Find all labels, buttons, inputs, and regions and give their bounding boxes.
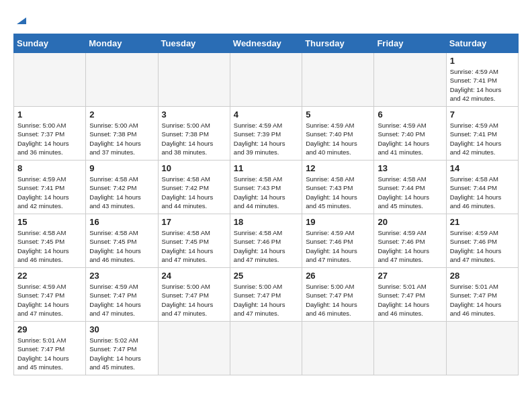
calendar-cell: 16 Sunrise: 4:58 AMSunset: 7:45 PMDaylig… (86, 214, 158, 268)
day-info: Sunrise: 4:58 AMSunset: 7:45 PMDaylight:… (162, 228, 226, 264)
day-number: 27 (378, 271, 442, 281)
day-info: Sunrise: 4:59 AMSunset: 7:46 PMDaylight:… (450, 228, 515, 264)
calendar-cell (446, 322, 518, 375)
day-number: 17 (162, 217, 226, 227)
calendar-cell: 6 Sunrise: 4:59 AMSunset: 7:40 PMDayligh… (374, 107, 446, 161)
day-number: 23 (89, 271, 154, 281)
day-info: Sunrise: 5:00 AMSunset: 7:38 PMDaylight:… (162, 121, 226, 156)
day-number: 14 (450, 163, 515, 173)
calendar-week-4: 15 Sunrise: 4:58 AMSunset: 7:45 PMDaylig… (14, 214, 519, 268)
header-cell-saturday: Saturday (446, 34, 518, 53)
calendar-cell: 7 Sunrise: 4:59 AMSunset: 7:41 PMDayligh… (446, 107, 518, 161)
calendar-cell: 29 Sunrise: 5:01 AMSunset: 7:47 PMDaylig… (14, 322, 86, 375)
day-info: Sunrise: 4:59 AMSunset: 7:40 PMDaylight:… (378, 121, 442, 156)
day-number: 7 (450, 109, 515, 120)
day-number: 24 (162, 271, 226, 281)
calendar-cell: 11 Sunrise: 4:58 AMSunset: 7:43 PMDaylig… (230, 161, 302, 214)
day-info: Sunrise: 5:00 AMSunset: 7:47 PMDaylight:… (234, 282, 298, 318)
day-number: 15 (17, 217, 82, 227)
day-info: Sunrise: 4:59 AMSunset: 7:46 PMDaylight:… (378, 228, 442, 264)
day-info: Sunrise: 5:00 AMSunset: 7:47 PMDaylight:… (306, 282, 370, 318)
day-number: 16 (89, 217, 154, 227)
day-info: Sunrise: 4:59 AMSunset: 7:40 PMDaylight:… (306, 121, 370, 156)
calendar-cell: 8 Sunrise: 4:59 AMSunset: 7:41 PMDayligh… (14, 161, 86, 214)
calendar-cell (86, 53, 158, 107)
header-cell-monday: Monday (86, 34, 158, 53)
calendar-cell: 1 Sunrise: 5:00 AMSunset: 7:37 PMDayligh… (14, 107, 86, 161)
calendar-cell (302, 53, 374, 107)
calendar-cell: 15 Sunrise: 4:58 AMSunset: 7:45 PMDaylig… (14, 214, 86, 268)
day-info: Sunrise: 5:02 AMSunset: 7:47 PMDaylight:… (89, 336, 154, 371)
calendar-cell: 3 Sunrise: 5:00 AMSunset: 7:38 PMDayligh… (158, 107, 230, 161)
day-number: 26 (306, 271, 370, 281)
calendar-cell (14, 53, 86, 107)
calendar-cell: 1 Sunrise: 4:59 AMSunset: 7:41 PMDayligh… (446, 53, 518, 107)
day-info: Sunrise: 4:58 AMSunset: 7:43 PMDaylight:… (234, 175, 298, 210)
calendar-week-5: 22 Sunrise: 4:59 AMSunset: 7:47 PMDaylig… (14, 268, 519, 322)
day-info: Sunrise: 5:01 AMSunset: 7:47 PMDaylight:… (378, 282, 442, 318)
calendar-cell (230, 322, 302, 375)
day-number: 13 (378, 163, 442, 173)
calendar-cell: 4 Sunrise: 4:59 AMSunset: 7:39 PMDayligh… (230, 107, 302, 161)
calendar-cell (158, 322, 230, 375)
calendar-cell: 12 Sunrise: 4:58 AMSunset: 7:43 PMDaylig… (302, 161, 374, 214)
day-info: Sunrise: 4:58 AMSunset: 7:42 PMDaylight:… (89, 175, 154, 210)
calendar-week-6: 29 Sunrise: 5:01 AMSunset: 7:47 PMDaylig… (14, 322, 519, 375)
day-number: 12 (306, 163, 370, 173)
day-info: Sunrise: 4:59 AMSunset: 7:41 PMDaylight:… (17, 175, 82, 210)
day-info: Sunrise: 4:58 AMSunset: 7:44 PMDaylight:… (450, 175, 515, 210)
day-info: Sunrise: 4:59 AMSunset: 7:41 PMDaylight:… (450, 67, 515, 103)
calendar-body: 1 Sunrise: 4:59 AMSunset: 7:41 PMDayligh… (14, 53, 519, 375)
calendar-cell: 2 Sunrise: 5:00 AMSunset: 7:38 PMDayligh… (86, 107, 158, 161)
calendar-week-1: 1 Sunrise: 4:59 AMSunset: 7:41 PMDayligh… (14, 53, 519, 107)
calendar-cell: 27 Sunrise: 5:01 AMSunset: 7:47 PMDaylig… (374, 268, 446, 322)
calendar-cell: 10 Sunrise: 4:58 AMSunset: 7:42 PMDaylig… (158, 161, 230, 214)
calendar-cell: 22 Sunrise: 4:59 AMSunset: 7:47 PMDaylig… (14, 268, 86, 322)
day-number: 11 (234, 163, 298, 173)
day-info: Sunrise: 4:58 AMSunset: 7:45 PMDaylight:… (89, 228, 154, 264)
calendar-cell: 18 Sunrise: 4:58 AMSunset: 7:46 PMDaylig… (230, 214, 302, 268)
day-info: Sunrise: 4:58 AMSunset: 7:45 PMDaylight:… (17, 228, 82, 264)
calendar-cell: 25 Sunrise: 5:00 AMSunset: 7:47 PMDaylig… (230, 268, 302, 322)
day-number: 20 (378, 217, 442, 227)
calendar-cell (374, 322, 446, 375)
calendar-cell: 5 Sunrise: 4:59 AMSunset: 7:40 PMDayligh… (302, 107, 374, 161)
day-info: Sunrise: 5:00 AMSunset: 7:38 PMDaylight:… (89, 121, 154, 156)
day-number: 21 (450, 217, 515, 227)
day-number: 1 (17, 109, 82, 120)
calendar-cell (302, 322, 374, 375)
calendar-cell (230, 53, 302, 107)
day-number: 3 (162, 109, 226, 120)
day-info: Sunrise: 4:58 AMSunset: 7:46 PMDaylight:… (234, 228, 298, 264)
calendar-cell: 14 Sunrise: 4:58 AMSunset: 7:44 PMDaylig… (446, 161, 518, 214)
logo (13, 13, 28, 27)
day-info: Sunrise: 5:01 AMSunset: 7:47 PMDaylight:… (450, 282, 515, 318)
header (13, 13, 519, 27)
calendar-cell (374, 53, 446, 107)
calendar-cell: 17 Sunrise: 4:58 AMSunset: 7:45 PMDaylig… (158, 214, 230, 268)
day-info: Sunrise: 4:59 AMSunset: 7:46 PMDaylight:… (306, 228, 370, 264)
day-number: 30 (89, 324, 154, 334)
calendar-cell: 13 Sunrise: 4:58 AMSunset: 7:44 PMDaylig… (374, 161, 446, 214)
day-info: Sunrise: 4:58 AMSunset: 7:42 PMDaylight:… (162, 175, 226, 210)
header-cell-thursday: Thursday (302, 34, 374, 53)
day-info: Sunrise: 5:01 AMSunset: 7:47 PMDaylight:… (17, 336, 82, 371)
day-info: Sunrise: 5:00 AMSunset: 7:37 PMDaylight:… (17, 121, 82, 156)
day-number: 22 (17, 271, 82, 281)
calendar-cell: 20 Sunrise: 4:59 AMSunset: 7:46 PMDaylig… (374, 214, 446, 268)
day-info: Sunrise: 4:59 AMSunset: 7:41 PMDaylight:… (450, 121, 515, 156)
day-number: 2 (89, 109, 154, 120)
day-number: 1 (450, 56, 515, 66)
calendar-cell: 9 Sunrise: 4:58 AMSunset: 7:42 PMDayligh… (86, 161, 158, 214)
svg-marker-0 (17, 17, 26, 24)
day-number: 6 (378, 109, 442, 120)
day-number: 4 (234, 109, 298, 120)
calendar-cell: 28 Sunrise: 5:01 AMSunset: 7:47 PMDaylig… (446, 268, 518, 322)
day-number: 10 (162, 163, 226, 173)
calendar-cell: 26 Sunrise: 5:00 AMSunset: 7:47 PMDaylig… (302, 268, 374, 322)
calendar-cell: 30 Sunrise: 5:02 AMSunset: 7:47 PMDaylig… (86, 322, 158, 375)
calendar-header-row: SundayMondayTuesdayWednesdayThursdayFrid… (14, 34, 519, 53)
header-cell-friday: Friday (374, 34, 446, 53)
day-info: Sunrise: 4:59 AMSunset: 7:39 PMDaylight:… (234, 121, 298, 156)
day-number: 5 (306, 109, 370, 120)
